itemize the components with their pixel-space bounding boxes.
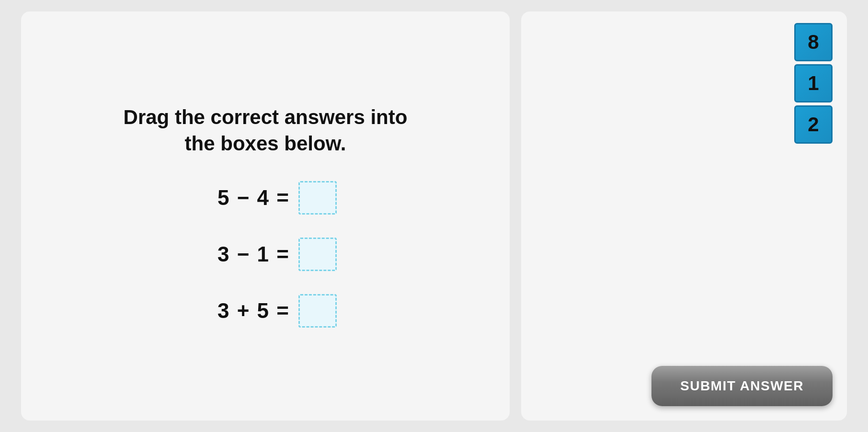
answer-tiles-container: 8 1 2: [794, 23, 833, 144]
equation-expression-3: 3 + 5 =: [194, 299, 290, 323]
answer-tile-1[interactable]: 1: [794, 64, 833, 102]
left-panel: Drag the correct answers into the boxes …: [21, 11, 510, 421]
answer-tile-8[interactable]: 8: [794, 23, 833, 61]
submit-answer-button[interactable]: SUBMIT ANSWER: [651, 366, 833, 406]
drop-box-2[interactable]: [298, 238, 337, 271]
drop-box-1[interactable]: [298, 181, 337, 215]
answer-tile-2-value: 2: [808, 113, 819, 136]
equations-container: 5 − 4 = 3 − 1 = 3 + 5 =: [194, 181, 337, 328]
right-panel: 8 1 2 SUBMIT ANSWER: [521, 11, 847, 421]
equation-row-3: 3 + 5 =: [194, 294, 337, 328]
instruction-text: Drag the correct answers into the boxes …: [124, 104, 408, 157]
answer-tile-8-value: 8: [808, 31, 819, 54]
equation-expression-2: 3 − 1 =: [194, 242, 290, 266]
drop-box-3[interactable]: [298, 294, 337, 328]
instruction-line2: the boxes below.: [185, 132, 346, 155]
submit-button-label: SUBMIT ANSWER: [680, 378, 804, 393]
answer-tile-1-value: 1: [808, 72, 819, 95]
instruction-line1: Drag the correct answers into: [124, 106, 408, 128]
equation-row-2: 3 − 1 =: [194, 238, 337, 271]
answer-tile-2[interactable]: 2: [794, 105, 833, 144]
equation-expression-1: 5 − 4 =: [194, 186, 290, 210]
equation-row-1: 5 − 4 =: [194, 181, 337, 215]
